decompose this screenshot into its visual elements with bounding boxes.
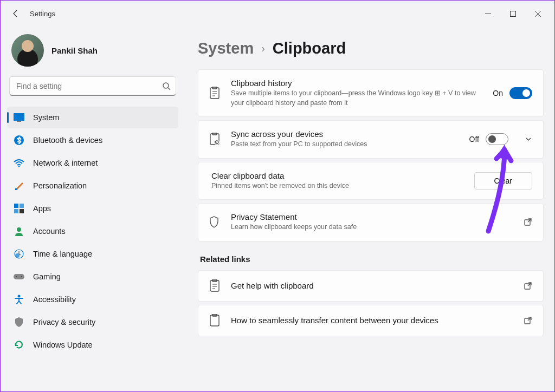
svg-rect-1 <box>510 11 515 16</box>
nav-network[interactable]: Network & internet <box>7 152 178 174</box>
titlebar: Settings <box>1 1 554 27</box>
clipboard-history-toggle[interactable] <box>509 87 532 99</box>
system-icon <box>14 112 24 123</box>
nav-gaming[interactable]: Gaming <box>7 266 178 288</box>
sync-devices-card[interactable]: Sync across your devices Paste text from… <box>198 120 544 159</box>
app-title: Settings <box>30 10 55 18</box>
breadcrumb-parent[interactable]: System <box>198 40 254 57</box>
gamepad-icon <box>14 271 24 282</box>
toggle-state-label: Off <box>469 135 479 143</box>
profile-block[interactable]: Pankil Shah <box>7 31 178 76</box>
back-icon <box>11 9 20 18</box>
card-title: Privacy Statement <box>231 212 514 221</box>
avatar <box>11 34 44 67</box>
svg-rect-20 <box>210 88 219 99</box>
card-title: Clipboard history <box>231 79 483 88</box>
sync-devices-toggle[interactable] <box>486 133 508 145</box>
search-input[interactable] <box>9 76 176 96</box>
svg-point-19 <box>18 295 21 298</box>
profile-name: Pankil Shah <box>51 46 98 55</box>
card-subtitle: Paste text from your PC to supported dev… <box>231 140 460 149</box>
nav-apps[interactable]: Apps <box>7 198 178 219</box>
svg-rect-12 <box>20 209 24 213</box>
clipboard-icon <box>209 87 221 100</box>
nav-bluetooth[interactable]: Bluetooth & devices <box>7 129 178 151</box>
card-subtitle: Pinned items won't be removed on this de… <box>211 181 464 191</box>
nav-label: Network & internet <box>33 159 98 167</box>
close-button[interactable] <box>525 5 550 22</box>
nav-system[interactable]: System <box>7 107 178 128</box>
nav-privacy[interactable]: Privacy & security <box>7 311 178 333</box>
card-subtitle: Learn how clipboard keeps your data safe <box>231 223 514 232</box>
help-clipboard-link[interactable]: Get help with clipboard <box>198 270 544 302</box>
breadcrumb: System › Clipboard <box>198 40 544 57</box>
svg-rect-10 <box>20 204 24 208</box>
clock-icon <box>14 249 24 259</box>
link-text: Get help with clipboard <box>231 281 514 290</box>
minimize-button[interactable] <box>475 5 500 22</box>
expand-chevron-icon[interactable] <box>525 135 532 143</box>
shield-outline-icon <box>209 216 221 228</box>
wifi-icon <box>14 158 24 168</box>
search-icon <box>162 82 171 90</box>
nav-label: Personalization <box>33 181 87 190</box>
back-button[interactable] <box>5 3 27 24</box>
person-icon <box>14 226 24 237</box>
nav-personalization[interactable]: Personalization <box>7 175 178 197</box>
nav-accounts[interactable]: Accounts <box>7 220 178 242</box>
external-link-icon <box>524 282 532 290</box>
svg-rect-29 <box>210 280 219 291</box>
svg-point-17 <box>16 276 17 277</box>
clipboard-history-card: Clipboard history Save multiple items to… <box>198 69 544 117</box>
clipboard-icon <box>209 279 221 292</box>
nav-label: Accounts <box>33 227 66 236</box>
apps-icon <box>14 203 24 214</box>
svg-rect-4 <box>14 113 24 121</box>
nav-label: Time & language <box>33 250 92 258</box>
svg-rect-5 <box>17 121 21 122</box>
svg-point-7 <box>18 166 20 167</box>
clear-clipboard-card: Clear clipboard data Pinned items won't … <box>198 162 544 200</box>
window-controls <box>475 5 550 22</box>
card-title: Clear clipboard data <box>211 171 464 180</box>
card-title: Sync across your devices <box>231 129 460 139</box>
svg-line-3 <box>168 88 170 90</box>
nav-time-language[interactable]: Time & language <box>7 243 178 265</box>
shield-icon <box>14 317 24 328</box>
svg-rect-35 <box>210 315 219 326</box>
nav-windows-update[interactable]: Windows Update <box>7 334 178 356</box>
nav-label: Apps <box>33 204 51 213</box>
svg-point-2 <box>163 83 169 88</box>
svg-rect-8 <box>15 188 17 190</box>
clipboard-empty-icon <box>209 314 221 327</box>
svg-rect-9 <box>14 204 18 208</box>
clipboard-sync-icon <box>209 133 221 146</box>
nav-label: Privacy & security <box>33 318 95 326</box>
toggle-state-label: On <box>493 89 503 97</box>
clear-button[interactable]: Clear <box>474 172 532 190</box>
external-link-icon <box>524 316 532 325</box>
nav-label: Gaming <box>33 272 61 281</box>
nav-label: System <box>33 113 59 122</box>
transfer-content-link[interactable]: How to seamlessly transfer content betwe… <box>198 305 544 336</box>
bluetooth-icon <box>14 135 24 146</box>
accessibility-icon <box>14 294 24 305</box>
nav-label: Windows Update <box>33 341 93 349</box>
svg-rect-11 <box>14 209 18 213</box>
link-text: How to seamlessly transfer content betwe… <box>231 316 514 325</box>
nav: System Bluetooth & devices Network & int… <box>7 107 178 356</box>
sidebar: Pankil Shah System Bluetooth & devices N… <box>1 27 185 356</box>
nav-accessibility[interactable]: Accessibility <box>7 289 178 310</box>
external-link-icon <box>524 218 532 226</box>
card-subtitle: Save multiple items to your clipboard—pr… <box>231 89 483 108</box>
maximize-button[interactable] <box>500 5 525 22</box>
svg-point-18 <box>21 276 22 277</box>
related-links-heading: Related links <box>200 254 544 264</box>
update-icon <box>14 339 24 350</box>
breadcrumb-current: Clipboard <box>273 40 346 57</box>
svg-point-13 <box>17 227 21 232</box>
privacy-statement-card[interactable]: Privacy Statement Learn how clipboard ke… <box>198 203 544 241</box>
brush-icon <box>14 180 24 191</box>
svg-rect-16 <box>14 274 24 279</box>
chevron-right-icon: › <box>261 42 265 55</box>
